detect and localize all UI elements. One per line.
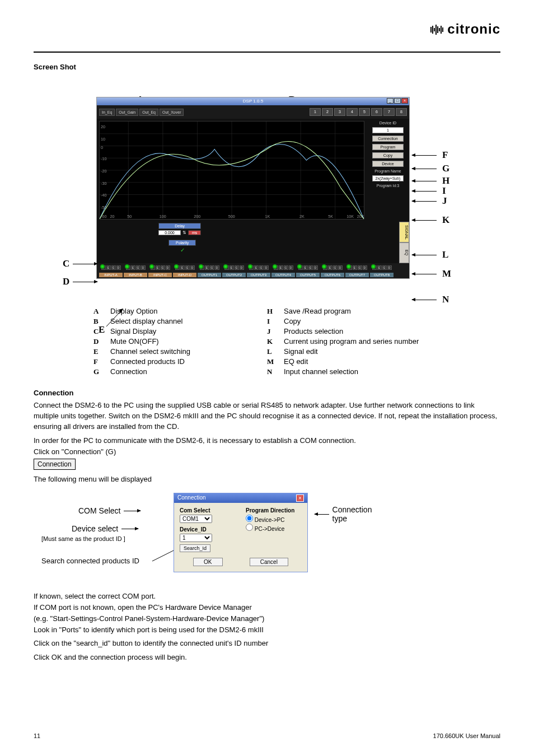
com-select-dropdown[interactable]: COM1 xyxy=(180,515,212,523)
svg-rect-4 xyxy=(437,26,438,33)
device-select-label: Device select xyxy=(72,524,138,533)
svg-text:-20: -20 xyxy=(101,169,106,173)
mid-strip: Delay ⇅ ms Polarity ✓ SIGNAL EQ xyxy=(97,222,409,263)
cancel-button[interactable]: Cancel xyxy=(250,558,288,566)
channel-btn[interactable]: 7 xyxy=(383,108,395,116)
channel-btn[interactable]: 3 xyxy=(334,108,345,116)
minimize-icon[interactable]: _ xyxy=(387,98,394,104)
svg-text:2K: 2K xyxy=(299,214,305,218)
channel-module[interactable]: IEGDOUTPUT7 xyxy=(345,265,369,277)
channel-module[interactable]: IEGDINPUT-B xyxy=(124,265,147,277)
device-id-dropdown[interactable]: 1 xyxy=(180,534,212,542)
dialog-titlebar: Connection × xyxy=(174,493,307,503)
program-name-value: 2x(2way+Sub) xyxy=(372,175,404,181)
connection-p9: Click on the "search_id" button to ident… xyxy=(34,638,500,649)
legend-item: Connection xyxy=(110,367,147,376)
toolbar-btn[interactable]: Out_Xover xyxy=(160,109,184,116)
connection-button[interactable]: Connection xyxy=(372,136,404,142)
close-icon[interactable]: × xyxy=(401,98,408,104)
legend-item: Products selection xyxy=(284,327,343,336)
screenshot-figure: A B DSP 1.0.5 _ □ × In_Eq Out_Gain Out_E… xyxy=(63,97,471,377)
dsp-title: DSP 1.0.5 xyxy=(243,99,263,104)
channel-module[interactable]: IEGDINPUT-A xyxy=(99,265,123,277)
channel-module[interactable]: IEGDOUTPUT6 xyxy=(321,265,344,277)
channel-module[interactable]: IEGDOUTPUT2 xyxy=(222,265,246,277)
svg-rect-1 xyxy=(432,26,433,34)
dsp-window: DSP 1.0.5 _ □ × In_Eq Out_Gain Out_Eq Ou… xyxy=(96,97,410,279)
device-id-field-label: Device_ID xyxy=(180,526,236,533)
svg-text:50: 50 xyxy=(127,214,132,218)
pointer-M: M xyxy=(412,268,451,279)
polarity-box: Polarity ✓ xyxy=(168,240,196,253)
program-button[interactable]: Program xyxy=(372,144,404,150)
legend-item: Connected products ID xyxy=(110,357,185,366)
brand-text: citronic xyxy=(447,21,500,36)
program-name-label: Program Name xyxy=(374,169,401,173)
channel-module[interactable]: IEGDOUTPUT5 xyxy=(296,265,320,277)
delay-value[interactable] xyxy=(158,230,181,235)
doc-title: 170.660UK User Manual xyxy=(433,732,500,739)
header-rule xyxy=(34,52,500,53)
dir-pc-device-radio[interactable] xyxy=(246,524,253,531)
channel-module[interactable]: IEGDOUTPUT4 xyxy=(271,265,295,277)
copy-button[interactable]: Copy xyxy=(372,152,404,158)
eq-tab[interactable]: EQ xyxy=(399,242,409,263)
dir-device-pc-radio[interactable] xyxy=(246,515,253,522)
channel-btn[interactable]: 5 xyxy=(359,108,370,116)
right-tabs: SIGNAL EQ xyxy=(399,222,409,263)
connection-button-sample[interactable]: Connection xyxy=(34,459,76,470)
svg-rect-3 xyxy=(435,25,437,35)
pointer-E-arrow xyxy=(105,305,128,328)
ok-button[interactable]: OK xyxy=(193,558,222,566)
dsp-toolbar: In_Eq Out_Gain Out_Eq Out_Xover 1 2 3 4 … xyxy=(97,105,409,119)
pointer-L: L xyxy=(412,249,448,260)
pointer-H: H xyxy=(412,175,449,186)
connection-p10: Click OK and the connection process will… xyxy=(34,652,500,663)
channel-strip: IEGDINPUT-A IEGDINPUT-B IEGDINPUT-C IEGD… xyxy=(97,263,409,278)
search-id-button[interactable]: Search_Id xyxy=(180,544,210,552)
dialog-title: Connection xyxy=(177,494,206,502)
svg-rect-7 xyxy=(442,27,443,32)
polarity-value[interactable]: ✓ xyxy=(168,247,196,253)
svg-text:200: 200 xyxy=(194,214,200,218)
toolbar-btn[interactable]: Out_Gain xyxy=(116,109,138,116)
pointer-G: G xyxy=(412,163,449,174)
dsp-titlebar: DSP 1.0.5 _ □ × xyxy=(97,97,409,105)
page-number: 11 xyxy=(34,732,40,739)
channel-btn[interactable]: 8 xyxy=(396,108,407,116)
svg-text:500: 500 xyxy=(228,214,235,218)
connection-p6: If COM port is not known, open the PC's … xyxy=(34,603,500,613)
connection-p4: The following menu will be displayed xyxy=(34,474,500,485)
connection-p8: Look in "Ports" to identify which port i… xyxy=(34,625,500,636)
window-buttons: _ □ × xyxy=(387,98,408,104)
channel-module[interactable]: IEGDINPUT-D xyxy=(173,265,196,277)
legend-item: Signal edit xyxy=(284,347,318,356)
toolbar-btn[interactable]: Out_Eq xyxy=(139,109,158,116)
channel-btn[interactable]: 6 xyxy=(371,108,382,116)
signal-tab[interactable]: SIGNAL xyxy=(399,222,409,242)
channel-btn[interactable]: 2 xyxy=(322,108,333,116)
channel-module[interactable]: IEGDOUTPUT8 xyxy=(370,265,394,277)
device-button[interactable]: Device xyxy=(372,161,404,167)
svg-rect-6 xyxy=(441,26,442,34)
polarity-label: Polarity xyxy=(168,240,196,246)
toolbar-btn[interactable]: In_Eq xyxy=(99,109,115,116)
connection-dialog-figure: COM Select Device select [Must same as t… xyxy=(34,489,381,588)
maximize-icon[interactable]: □ xyxy=(394,98,401,104)
legend-item: Save /Read program xyxy=(284,307,351,316)
channel-module[interactable]: IEGDOUTPUT1 xyxy=(198,265,221,277)
device-select-note: [Must same as the product ID ] xyxy=(41,535,125,542)
channel-btn[interactable]: 4 xyxy=(346,108,358,116)
dsp-body: 20 10 0 -10 -20 -30 -40 -50 -60 20 50 10… xyxy=(97,119,409,222)
channel-module[interactable]: IEGDOUTPUT3 xyxy=(247,265,270,277)
legend: ADisplay Option BSelect display channel … xyxy=(93,283,441,377)
close-icon[interactable]: × xyxy=(296,494,304,502)
svg-text:1K: 1K xyxy=(265,214,270,218)
channel-module[interactable]: IEGDINPUT-C xyxy=(148,265,172,277)
svg-text:-10: -10 xyxy=(101,157,106,161)
svg-rect-2 xyxy=(434,28,435,31)
channel-btn[interactable]: 1 xyxy=(310,108,321,116)
delay-unit[interactable]: ms xyxy=(188,230,201,235)
connection-dialog: Connection × Com Select COM1 Device_ID 1… xyxy=(174,493,308,572)
device-id-value: 1 xyxy=(372,127,404,133)
